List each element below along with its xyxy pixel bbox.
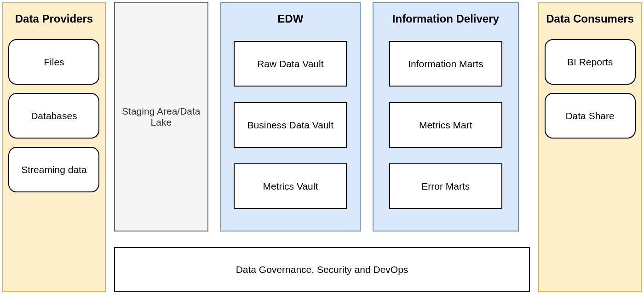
edw-item-metrics-vault: Metrics Vault [234,163,347,209]
delivery-title: Information Delivery [392,3,499,31]
delivery-item-info-marts: Information Marts [389,41,502,87]
edw-item-business-vault: Business Data Vault [234,102,347,148]
provider-item-databases: Databases [8,93,99,139]
delivery-column: Information Delivery Information Marts M… [373,2,519,231]
edw-items-stack: Raw Data Vault Business Data Vault Metri… [234,41,347,209]
provider-items-stack: Files Databases Streaming data [8,39,99,192]
edw-column: EDW Raw Data Vault Business Data Vault M… [220,2,361,231]
consumer-item-data-share: Data Share [545,93,636,139]
delivery-item-metrics-mart: Metrics Mart [389,102,502,148]
middle-section: Staging Area/Data Lake EDW Raw Data Vaul… [114,2,530,292]
edw-item-raw-vault: Raw Data Vault [234,41,347,87]
provider-item-streaming: Streaming data [8,147,99,192]
consumer-item-bi-reports: BI Reports [545,39,636,85]
diagram-container: Data Providers Files Databases Streaming… [2,2,642,292]
governance-bar: Data Governance, Security and DevOps [114,247,530,292]
delivery-items-stack: Information Marts Metrics Mart Error Mar… [389,41,502,209]
delivery-item-error-marts: Error Marts [389,163,502,209]
provider-item-files: Files [8,39,99,85]
consumer-items-stack: BI Reports Data Share [545,39,636,139]
data-providers-title: Data Providers [15,3,93,31]
staging-area-box: Staging Area/Data Lake [114,2,208,231]
data-consumers-title: Data Consumers [546,3,634,31]
data-providers-column: Data Providers Files Databases Streaming… [2,2,106,292]
edw-title: EDW [277,3,303,31]
data-consumers-column: Data Consumers BI Reports Data Share [538,2,642,292]
middle-top-row: Staging Area/Data Lake EDW Raw Data Vaul… [114,2,530,231]
